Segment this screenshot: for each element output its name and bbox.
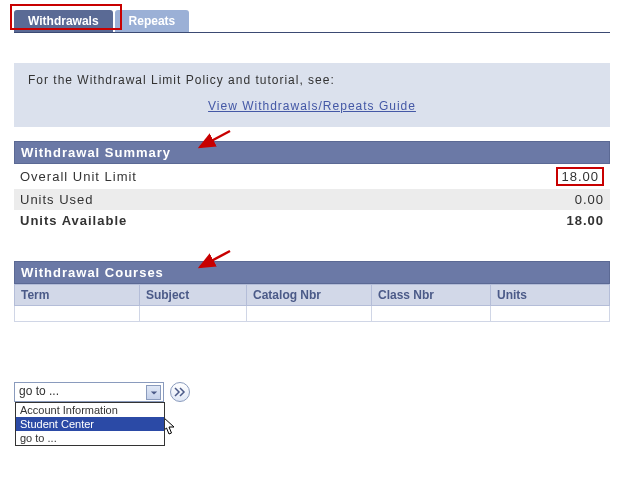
summary-row-available: Units Available 18.00 bbox=[14, 210, 610, 231]
summary-row-used: Units Used 0.00 bbox=[14, 189, 610, 210]
goto-option-account-info[interactable]: Account Information bbox=[16, 403, 164, 417]
summary-label: Units Used bbox=[14, 189, 422, 210]
tabs-row: Withdrawals Repeats bbox=[14, 10, 610, 33]
goto-selected-label: go to ... bbox=[19, 384, 59, 398]
col-catalog: Catalog Nbr bbox=[247, 285, 372, 306]
goto-option-goto[interactable]: go to ... bbox=[16, 431, 164, 445]
chevron-down-icon[interactable] bbox=[146, 385, 161, 400]
courses-table: Term Subject Catalog Nbr Class Nbr Units bbox=[14, 284, 610, 322]
tab-repeats[interactable]: Repeats bbox=[115, 10, 190, 32]
tab-withdrawals[interactable]: Withdrawals bbox=[14, 10, 113, 32]
summary-value: 18.00 bbox=[422, 210, 610, 231]
col-classnbr: Class Nbr bbox=[371, 285, 490, 306]
summary-table: Overall Unit Limit 18.00 Units Used 0.00… bbox=[14, 164, 610, 231]
summary-value: 0.00 bbox=[422, 189, 610, 210]
col-subject: Subject bbox=[139, 285, 246, 306]
summary-label: Overall Unit Limit bbox=[14, 164, 422, 189]
guide-link[interactable]: View Withdrawals/Repeats Guide bbox=[28, 99, 596, 113]
bottom-nav: go to ... Account Information Student Ce… bbox=[14, 382, 610, 402]
summary-header: Withdrawal Summary bbox=[14, 141, 610, 164]
summary-value-limit: 18.00 bbox=[422, 164, 610, 189]
summary-row-limit: Overall Unit Limit 18.00 bbox=[14, 164, 610, 189]
go-button[interactable] bbox=[170, 382, 190, 402]
col-units: Units bbox=[490, 285, 609, 306]
double-chevron-right-icon bbox=[174, 387, 186, 397]
goto-dropdown: Account Information Student Center go to… bbox=[15, 402, 165, 446]
col-term: Term bbox=[15, 285, 140, 306]
goto-option-student-center[interactable]: Student Center bbox=[16, 417, 164, 431]
goto-select[interactable]: go to ... Account Information Student Ce… bbox=[14, 382, 164, 402]
info-panel: For the Withdrawal Limit Policy and tuto… bbox=[14, 63, 610, 127]
table-row bbox=[15, 306, 610, 322]
info-text: For the Withdrawal Limit Policy and tuto… bbox=[28, 73, 596, 87]
summary-label: Units Available bbox=[14, 210, 422, 231]
annotation-box-value: 18.00 bbox=[556, 167, 604, 186]
courses-header-row: Term Subject Catalog Nbr Class Nbr Units bbox=[15, 285, 610, 306]
courses-header: Withdrawal Courses bbox=[14, 261, 610, 284]
